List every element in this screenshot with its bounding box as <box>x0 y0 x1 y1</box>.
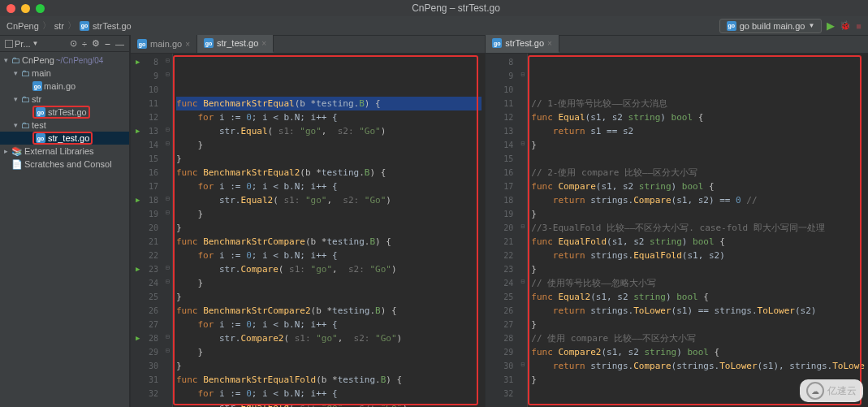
fold-marker[interactable] <box>518 371 527 385</box>
line-number[interactable]: 11 <box>486 97 513 110</box>
code-line[interactable]: str.Compare2( s1: "go", s2: "Go") <box>176 331 482 345</box>
fold-marker[interactable] <box>163 371 172 385</box>
fold-marker[interactable] <box>163 150 172 164</box>
fold-marker[interactable] <box>518 206 527 219</box>
code-line[interactable]: str.Equal( s1: "go", s2: "Go") <box>176 124 482 138</box>
fold-marker[interactable] <box>518 164 527 178</box>
fold-marker[interactable] <box>518 123 527 136</box>
breadcrumb-root[interactable]: CnPeng <box>6 21 39 31</box>
line-number[interactable]: 19 <box>131 207 158 221</box>
close-tab-icon[interactable]: × <box>261 39 266 48</box>
code-line[interactable]: func Compare2(s1, s2 string) bool { <box>531 345 865 359</box>
fold-marker[interactable]: ⊟ <box>518 219 527 233</box>
fold-marker[interactable] <box>163 288 172 302</box>
line-number[interactable]: 13▶ <box>131 124 158 138</box>
line-number[interactable]: 32 <box>486 387 513 401</box>
line-number[interactable]: 23▶ <box>131 262 158 276</box>
line-number[interactable]: 26 <box>131 304 158 318</box>
fold-marker[interactable] <box>518 109 527 123</box>
line-number[interactable]: 29 <box>131 345 158 359</box>
fold-marker[interactable] <box>518 81 527 95</box>
code-line[interactable]: str.Compare( s1: "go", s2: "Go") <box>176 262 482 276</box>
folding-gutter[interactable]: ⊟⊟⊟⊟⊟ <box>518 54 528 407</box>
code-line[interactable]: for i := 0; i < b.N; i++ { <box>176 180 482 193</box>
code-line[interactable]: } <box>531 138 865 152</box>
run-configuration-dropdown[interactable]: go go build main.go ▼ <box>719 19 823 33</box>
code-line[interactable]: } <box>531 207 865 221</box>
breadcrumb-file[interactable]: strTest.go <box>93 21 132 31</box>
tree-item-main[interactable]: ▾🗀 main <box>0 67 129 80</box>
fold-marker[interactable] <box>518 316 527 330</box>
tree-item-test[interactable]: ▾🗀 test <box>0 119 129 132</box>
close-tab-icon[interactable]: × <box>185 40 190 49</box>
line-number[interactable]: 20 <box>486 221 513 235</box>
fold-marker[interactable] <box>163 109 172 123</box>
code-line[interactable]: // 1-使用等号比较——区分大消息 <box>531 97 865 110</box>
code-line[interactable]: func BenchmarkStrCompare2(b *testing.B) … <box>176 304 482 318</box>
fold-marker[interactable]: ⊟ <box>518 275 527 288</box>
tree-item-Scratches-and-Consol[interactable]: 📄 Scratches and Consol <box>0 158 129 171</box>
collapse-icon[interactable]: ‒ <box>105 38 110 49</box>
fold-marker[interactable]: ⊟ <box>518 136 527 150</box>
fold-marker[interactable]: ⊟ <box>163 344 172 357</box>
code-line[interactable]: func BenchmarkStrEqual(b *testing.B) { <box>176 97 482 110</box>
fold-marker[interactable] <box>518 344 527 357</box>
line-number[interactable]: 18 <box>486 193 513 207</box>
line-number[interactable]: 21 <box>486 235 513 249</box>
line-number[interactable]: 22 <box>131 249 158 262</box>
line-number[interactable]: 25 <box>486 290 513 304</box>
fold-marker[interactable] <box>163 385 172 399</box>
debug-button-icon[interactable]: 🐞 <box>840 20 851 31</box>
line-number[interactable]: 27 <box>486 318 513 331</box>
code-line[interactable]: return strings.Compare(s1, s2) == 0 // <box>531 193 865 207</box>
line-number[interactable]: 24 <box>131 276 158 290</box>
scope-dropdown-icon[interactable]: ⊙ <box>70 38 77 49</box>
line-number[interactable]: 12 <box>486 110 513 124</box>
minimize-window-icon[interactable] <box>21 4 30 13</box>
fold-marker[interactable]: ⊟ <box>163 136 172 150</box>
code-line[interactable]: for i := 0; i < b.N; i++ { <box>176 387 482 401</box>
line-number[interactable]: 30 <box>131 359 158 373</box>
line-number[interactable]: 24 <box>486 276 513 290</box>
code-line[interactable]: func EqualFold(s1, s2 string) bool { <box>531 235 865 249</box>
line-number[interactable]: 15 <box>486 152 513 166</box>
fold-marker[interactable]: ⊟ <box>163 330 172 344</box>
close-tab-icon[interactable]: × <box>547 39 552 48</box>
line-number[interactable]: 20 <box>131 221 158 235</box>
run-gutter-icon[interactable]: ▶ <box>136 193 140 207</box>
code-line[interactable]: } <box>176 138 482 152</box>
line-number[interactable]: 28 <box>486 331 513 345</box>
fold-marker[interactable] <box>518 233 527 247</box>
tree-item-str_test-go[interactable]: go str_test.go <box>0 132 129 145</box>
code-line[interactable]: } <box>176 152 482 166</box>
code-content[interactable]: func BenchmarkStrEqual(b *testing.B) { f… <box>173 54 485 407</box>
code-line[interactable]: func BenchmarkStrCompare(b *testing.B) { <box>176 235 482 249</box>
fold-marker[interactable] <box>163 81 172 95</box>
code-line[interactable]: } <box>176 207 482 221</box>
tree-item-main-go[interactable]: go main.go <box>0 80 129 93</box>
tree-twisty-icon[interactable]: ▾ <box>11 121 19 129</box>
line-number[interactable]: 10 <box>131 83 158 97</box>
fold-marker[interactable]: ⊟ <box>518 357 527 371</box>
line-number[interactable]: 26 <box>486 304 513 318</box>
hide-icon[interactable]: — <box>115 39 124 49</box>
code-line[interactable]: // 使用 compare 比较——不区分大小写 <box>531 331 865 345</box>
editor-left[interactable]: 8▶910111213▶1415161718▶1920212223▶242526… <box>131 54 485 407</box>
code-line[interactable]: //3-EqualFold 比较——不区分大小写. case-fold 即大小写… <box>531 221 865 235</box>
line-number[interactable]: 10 <box>486 83 513 97</box>
editor-tab-str_test-go[interactable]: gostr_test.go× <box>197 35 274 53</box>
line-number[interactable]: 21 <box>131 235 158 249</box>
code-content[interactable]: // 1-使用等号比较——区分大消息func Equal(s1, s2 stri… <box>528 54 868 407</box>
fold-marker[interactable] <box>163 247 172 261</box>
tree-item-str[interactable]: ▾🗀 str <box>0 93 129 106</box>
project-dropdown[interactable]: Pr... ▼ <box>5 39 38 49</box>
fold-marker[interactable] <box>518 385 527 399</box>
code-line[interactable]: return strings.Compare(strings.ToLower(s… <box>531 359 865 373</box>
code-line[interactable]: func Equal2(s1, s2 string) bool { <box>531 290 865 304</box>
line-number[interactable]: 23 <box>486 262 513 276</box>
run-gutter-icon[interactable]: ▶ <box>136 331 140 345</box>
fold-marker[interactable] <box>518 330 527 344</box>
editor-tab-main-go[interactable]: gomain.go× <box>131 35 197 53</box>
fold-marker[interactable] <box>163 316 172 330</box>
breadcrumb-folder[interactable]: str <box>54 21 64 31</box>
